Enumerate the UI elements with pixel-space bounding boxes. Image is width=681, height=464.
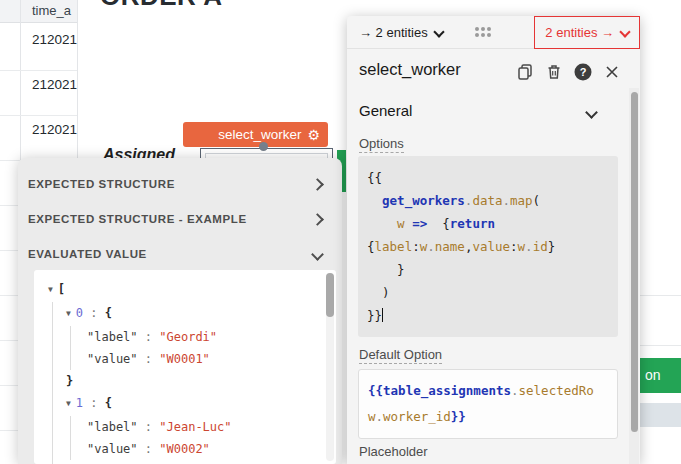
- canvas-selected-cell: [638, 403, 681, 427]
- copy-icon[interactable]: [515, 62, 535, 82]
- json-viewer-scrollbar[interactable]: [326, 273, 334, 461]
- popup-section-expected-structure[interactable]: EXPECTED STRUCTURE: [28, 172, 330, 196]
- chevron-right-icon: [311, 213, 324, 226]
- property-pane-scrollbar[interactable]: [629, 88, 639, 464]
- popup-section-expected-structure-example[interactable]: EXPECTED STRUCTURE - EXAMPLE: [28, 207, 330, 231]
- widget-title: select_worker: [359, 60, 461, 79]
- outgoing-entities-dropdown[interactable]: 2 entities →: [534, 16, 640, 49]
- outgoing-entities-label: 2 entities →: [545, 25, 614, 40]
- delete-icon[interactable]: [544, 62, 564, 82]
- default-option-field-label: Default Option: [359, 347, 442, 362]
- json-tree: ▼[▼0 : {"label" : "Geordi""value" : "W00…: [48, 278, 322, 464]
- chevron-down-icon: [311, 248, 324, 261]
- property-pane-toolbar: → 2 entities 2 entities →: [347, 16, 640, 49]
- canvas-row-divider: [640, 295, 681, 296]
- action-button[interactable]: on: [638, 358, 681, 393]
- close-icon[interactable]: [602, 62, 622, 82]
- property-pane: → 2 entities 2 entities → select_worker: [347, 16, 640, 464]
- json-viewer-scrollbar-thumb[interactable]: [326, 273, 334, 317]
- table-column-header-label: time_a: [32, 0, 71, 22]
- options-field-label: Options: [359, 136, 404, 151]
- default-option-code-editor[interactable]: {{table_assignments.selectedRow.worker_i…: [358, 369, 618, 439]
- placeholder-field-label: Placeholder: [359, 444, 428, 459]
- evaluated-value-json-viewer: ▼[▼0 : {"label" : "Geordi""value" : "W00…: [34, 270, 336, 464]
- grid-dots-icon[interactable]: [475, 27, 491, 37]
- app-canvas: time_a 212021212021212021 ORDER A Assign…: [0, 0, 681, 464]
- chevron-right-icon: [311, 178, 324, 191]
- chevron-down-icon: [433, 26, 444, 37]
- widget-name-badge[interactable]: select_worker ⚙︎: [183, 122, 328, 147]
- gear-icon[interactable]: ⚙︎: [307, 128, 320, 142]
- canvas-row-divider: [640, 345, 681, 346]
- evaluated-value-popup: EXPECTED STRUCTUREEXPECTED STRUCTURE - E…: [18, 158, 342, 464]
- table-column-header[interactable]: time_a: [0, 0, 77, 23]
- incoming-entities-dropdown[interactable]: → 2 entities: [359, 25, 443, 40]
- widget-drag-handle[interactable]: [259, 142, 268, 151]
- popup-section-label: EVALUATED VALUE: [28, 248, 147, 260]
- table-row-divider: [0, 115, 77, 116]
- table-cell[interactable]: 212021: [32, 32, 77, 47]
- table-right-border: [77, 0, 78, 160]
- popup-section-label: EXPECTED STRUCTURE - EXAMPLE: [28, 213, 247, 225]
- svg-text:?: ?: [580, 66, 587, 78]
- incoming-entities-label: → 2 entities: [359, 25, 428, 40]
- help-icon[interactable]: ?: [573, 62, 593, 82]
- section-general-header[interactable]: General: [359, 102, 412, 119]
- table-row-divider: [0, 70, 77, 71]
- page-title: ORDER A: [100, 0, 222, 12]
- popup-section-evaluated-value[interactable]: EVALUATED VALUE: [28, 242, 330, 266]
- table-cell[interactable]: 212021: [32, 77, 77, 92]
- property-pane-scrollbar-thumb[interactable]: [631, 92, 638, 432]
- popup-section-label: EXPECTED STRUCTURE: [28, 178, 175, 190]
- options-code-editor[interactable]: {{ get_workers.data.map( w => {return{la…: [358, 156, 618, 337]
- widget-name-label: select_worker: [218, 127, 301, 142]
- chevron-down-icon: [619, 26, 630, 37]
- table-cell[interactable]: 212021: [32, 122, 77, 137]
- chevron-down-icon[interactable]: [585, 106, 598, 119]
